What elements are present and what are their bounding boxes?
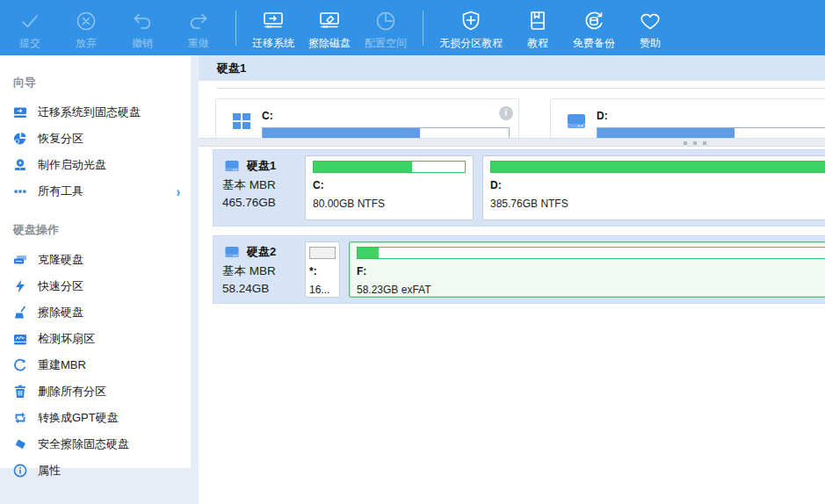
- info-circle-icon[interactable]: i: [499, 106, 513, 120]
- partition-unallocated[interactable]: *: 16...: [305, 241, 340, 298]
- rebuild-mbr-icon: [13, 358, 27, 372]
- partition-c-info: 80.00GB NTFS: [313, 198, 466, 210]
- sidebar-item-make-boot-disc[interactable]: 制作启动光盘: [0, 152, 191, 178]
- partition-d-usage-bar: [490, 161, 825, 173]
- allocate-space-button: 配置空间: [358, 0, 414, 55]
- free-backup-label: 免费备份: [573, 36, 615, 51]
- sidebar-item-quick-partition[interactable]: 快速分区: [0, 273, 191, 299]
- disk1-size: 465.76GB: [222, 196, 305, 209]
- sidebar-item-migrate-to-ssd[interactable]: 迁移系统到固态硬盘: [0, 99, 191, 126]
- allocate-space-icon: [373, 5, 398, 33]
- disk1-type: 基本 MBR: [222, 177, 305, 193]
- sidebar-item-label: 删除所有分区: [38, 384, 106, 400]
- disk-tabbar: 硬盘1: [199, 55, 825, 81]
- migrate-system-button[interactable]: 迁移系统: [245, 0, 301, 55]
- dots-icon: [13, 184, 27, 198]
- lightning-icon: [13, 279, 27, 293]
- tutorial-button[interactable]: 教程: [510, 0, 566, 55]
- sidebar-item-rebuild-mbr[interactable]: 重建MBR: [0, 352, 191, 378]
- sidebar-item-recover-partition[interactable]: 恢复分区: [0, 126, 191, 152]
- allocate-space-label: 配置空间: [365, 36, 407, 51]
- donate-button[interactable]: 赞助: [622, 0, 678, 55]
- free-backup-button[interactable]: 免费备份: [566, 0, 622, 55]
- disk-row-1: 硬盘1 基本 MBR 465.76GB C: 80.00GB NTFS: [213, 149, 825, 227]
- windows-icon: [231, 111, 252, 132]
- donate-label: 赞助: [640, 36, 661, 51]
- sidebar-section-wizard-title: 向导: [0, 68, 191, 99]
- sidebar-item-check-bad-sectors[interactable]: 检测坏扇区: [0, 326, 191, 352]
- pie-chart-icon: [13, 132, 27, 146]
- redo-icon: [186, 5, 211, 33]
- splitter-grip-icon: [684, 141, 706, 145]
- info-icon: [13, 464, 27, 478]
- disk1-name: 硬盘1: [247, 158, 276, 174]
- partition-c[interactable]: C: 80.00GB NTFS: [305, 155, 474, 220]
- disk-arrow-icon: [13, 105, 27, 119]
- undo-icon: [130, 5, 155, 33]
- disk-icon: [222, 244, 242, 260]
- sidebar-item-label: 安全擦除固态硬盘: [38, 436, 129, 452]
- disk-list: 硬盘1 基本 MBR 465.76GB C: 80.00GB NTFS: [199, 147, 825, 504]
- sidebar-item-all-tools[interactable]: 所有工具 ›: [0, 178, 191, 205]
- trash-icon: [13, 385, 27, 399]
- tab-disk1[interactable]: 硬盘1: [199, 55, 246, 81]
- partition-f-info: 58.23GB exFAT: [357, 284, 825, 296]
- heart-icon: [638, 5, 662, 33]
- book-icon: [525, 5, 550, 33]
- partition-c-usage-bar: [313, 161, 466, 173]
- sidebar-item-label: 擦除硬盘: [38, 305, 83, 320]
- backup-icon: [581, 5, 607, 33]
- wipe-disk-icon: [316, 5, 343, 33]
- sidebar: 向导 迁移系统到固态硬盘 恢复分区 制作启动光盘 所有工具 ›: [0, 55, 191, 468]
- disk2-info[interactable]: 硬盘2 基本 MBR 58.24GB: [219, 241, 305, 298]
- undo-button: 撤销: [114, 0, 170, 55]
- sidebar-section-disk-ops-title: 硬盘操作: [0, 215, 191, 247]
- partition-c-usage-fill: [314, 162, 412, 172]
- sidebar-item-label: 重建MBR: [38, 357, 86, 373]
- partition-tutorial-button[interactable]: 无损分区教程: [432, 0, 510, 55]
- discard-label: 放弃: [76, 36, 97, 51]
- panel-splitter[interactable]: [199, 138, 825, 147]
- boot-disc-icon: [13, 158, 27, 172]
- clone-disk-icon: [13, 253, 27, 267]
- drive-d-usage-bar: [597, 127, 825, 138]
- disk1-info[interactable]: 硬盘1 基本 MBR 465.76GB: [219, 155, 305, 220]
- drive-d-usage-fill: [597, 128, 735, 138]
- disk2-size: 58.24GB: [222, 282, 305, 295]
- wipe-disk-button[interactable]: 擦除磁盘: [301, 0, 358, 55]
- sidebar-item-label: 所有工具: [38, 184, 83, 199]
- drive-card-d[interactable]: D:: [550, 98, 825, 138]
- convert-gpt-icon: [13, 411, 27, 425]
- drive-card-c[interactable]: C: i: [215, 98, 519, 138]
- partition-f-label: F:: [357, 265, 825, 277]
- bad-sector-icon: [13, 332, 27, 346]
- drive-c-usage-fill: [263, 128, 420, 138]
- disk-row-2: 硬盘2 基本 MBR 58.24GB *: 16...: [213, 235, 825, 304]
- shield-plus-icon: [459, 5, 483, 33]
- sidebar-item-delete-all-partitions[interactable]: 删除所有分区: [0, 378, 191, 405]
- partition-f-usage-bar: [357, 247, 825, 259]
- sidebar-item-wipe-hard-drive[interactable]: 擦除硬盘: [0, 299, 191, 326]
- toolbar-separator: [423, 11, 423, 46]
- sidebar-item-convert-to-gpt[interactable]: 转换成GPT硬盘: [0, 405, 191, 431]
- undo-label: 撤销: [132, 36, 153, 51]
- partition-d[interactable]: D: 385.76GB NTFS: [482, 155, 825, 220]
- disk2-type: 基本 MBR: [222, 263, 305, 279]
- partition-f[interactable]: F: 58.23GB exFAT: [349, 241, 825, 298]
- partition-d-label: D:: [490, 179, 825, 191]
- sidebar-item-clone-disk[interactable]: 克隆硬盘: [0, 247, 191, 273]
- discard-button: 放弃: [58, 0, 114, 55]
- sidebar-item-label: 制作启动光盘: [38, 157, 106, 173]
- migrate-system-label: 迁移系统: [252, 36, 294, 51]
- sidebar-item-secure-erase-ssd[interactable]: 安全擦除固态硬盘: [0, 431, 191, 457]
- tutorial-label: 教程: [527, 36, 548, 51]
- drive-d-label: D:: [597, 110, 608, 122]
- drive-overview: C: i D:: [199, 81, 825, 138]
- commit-label: 提交: [19, 36, 40, 51]
- drive-icon: [566, 111, 587, 132]
- partition-assistant-window: 提交 放弃 撤销 重做 迁移系统: [0, 0, 825, 504]
- sidebar-item-properties[interactable]: 属性: [0, 457, 191, 484]
- disk2-name: 硬盘2: [247, 244, 276, 260]
- broom-icon: [13, 306, 27, 320]
- migrate-system-icon: [260, 5, 286, 33]
